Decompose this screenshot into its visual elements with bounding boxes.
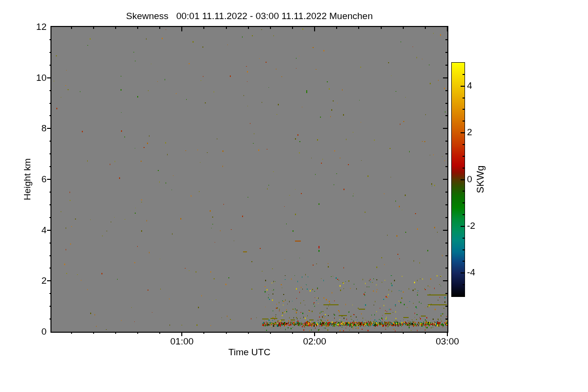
- colorbar-tick: [463, 261, 465, 262]
- colorbar-tick: [463, 202, 465, 203]
- colorbar-tick: [463, 168, 465, 169]
- colorbar-tick-label: 0: [467, 174, 490, 185]
- colorbar-tick: [463, 74, 465, 75]
- colorbar-tick: [463, 284, 465, 285]
- colorbar-tick: [461, 179, 465, 180]
- colorbar-tick: [461, 226, 465, 227]
- x-tick-label: 01:00: [160, 336, 204, 347]
- y-tick-label: 10: [18, 73, 47, 83]
- y-tick-label: 2: [18, 275, 47, 286]
- y-tick-label: 0: [18, 326, 47, 337]
- y-tick-label: 12: [18, 22, 47, 32]
- colorbar-tick-label: -4: [467, 267, 490, 278]
- x-tick-label: 03:00: [425, 336, 469, 347]
- colorbar-tick: [463, 98, 465, 98]
- colorbar-tick: [463, 191, 465, 192]
- colorbar-tick: [463, 109, 465, 110]
- colorbar-tick: [463, 238, 465, 239]
- colorbar-tick-label: 4: [467, 80, 490, 91]
- colorbar-tick: [461, 132, 465, 133]
- colorbar-tick: [463, 121, 465, 122]
- colorbar-tick: [463, 144, 465, 145]
- y-tick-label: 8: [18, 123, 47, 134]
- colorbar-tick: [463, 214, 465, 215]
- colorbar-tick: [461, 86, 465, 87]
- colorbar-tick: [463, 249, 465, 250]
- colorbar-tick-label: 2: [467, 127, 490, 138]
- colorbar-tick: [463, 156, 465, 157]
- figure: Skewness 00:01 11.11.2022 - 03:00 11.11.…: [0, 0, 588, 392]
- y-tick-label: 6: [18, 174, 47, 185]
- colorbar-tick: [461, 272, 465, 273]
- y-tick-label: 4: [18, 225, 47, 236]
- heatmap-plot-canvas: [0, 0, 588, 392]
- colorbar-tick-label: -2: [467, 220, 490, 231]
- chart-title: Skewness 00:01 11.11.2022 - 03:00 11.11.…: [51, 11, 447, 22]
- x-axis-label: Time UTC: [210, 347, 289, 358]
- x-tick-label: 02:00: [293, 336, 337, 347]
- colorbar: [451, 62, 465, 297]
